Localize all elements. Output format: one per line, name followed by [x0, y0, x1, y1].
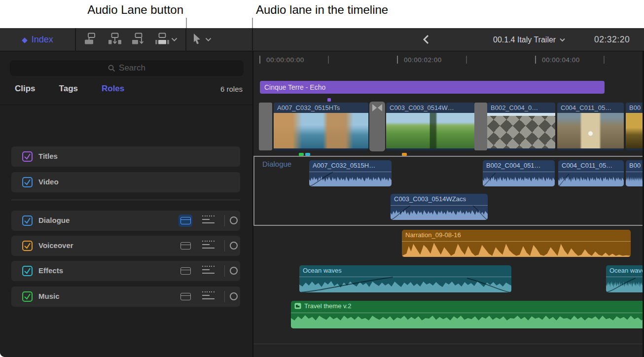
audio-lane-button-dialogue[interactable] — [179, 214, 192, 227]
toolbar-divider — [185, 28, 186, 51]
video-thumbnail — [274, 113, 368, 148]
role-row-video[interactable]: Video — [11, 172, 240, 192]
fade-out-curve[interactable] — [467, 278, 511, 292]
audio-clip-narration[interactable]: Narration_09-08-16 — [402, 230, 631, 257]
tab-roles[interactable]: Roles — [102, 84, 124, 96]
audio-clip-b00[interactable]: B00 — [626, 160, 644, 186]
monitor-button-music[interactable] — [230, 292, 238, 300]
select-tool-pointer-icon[interactable] — [192, 33, 202, 45]
title-clip-name: Cinque Terre - Echo — [264, 83, 325, 91]
fade-in-curve[interactable] — [606, 278, 636, 292]
edit-options-chevron-icon[interactable] — [171, 37, 178, 42]
fade-out-curve[interactable] — [473, 205, 488, 220]
video-checkbox[interactable] — [22, 177, 33, 187]
audio-clip-name: Ocean waves — [606, 265, 644, 276]
role-label-dialogue: Dialogue — [38, 216, 70, 224]
audio-clip-name: C003_C003_0514WZacs — [391, 194, 488, 204]
focus-button-dialogue[interactable] — [202, 215, 215, 226]
ruler-tick — [397, 56, 398, 64]
voiceover-checkbox[interactable] — [22, 241, 33, 251]
fade-in-curve[interactable] — [391, 205, 410, 220]
focus-button-effects[interactable] — [202, 266, 215, 276]
transition-clip[interactable] — [369, 102, 385, 151]
gap-clip[interactable] — [259, 103, 272, 150]
divider — [11, 200, 240, 200]
tab-tags[interactable]: Tags — [59, 84, 78, 96]
video-clip-c003[interactable]: C003_C003_0514W… — [386, 103, 474, 150]
role-label-video: Video — [38, 178, 59, 186]
fade-in-curve[interactable] — [299, 277, 393, 292]
audio-lane-button-music[interactable] — [179, 290, 192, 303]
audio-clip-ocean-waves-1[interactable]: Ocean waves — [299, 265, 511, 292]
audio-clip-name: B00 — [626, 160, 644, 171]
fade-in-curve[interactable] — [309, 172, 333, 186]
role-row-dialogue[interactable]: Dialogue — [11, 211, 240, 231]
theme-badge-icon — [294, 303, 301, 309]
transition-icon — [372, 104, 383, 112]
audio-lane-button-voiceover[interactable] — [179, 240, 192, 252]
focus-button-music[interactable] — [202, 291, 215, 302]
volume-line[interactable] — [483, 172, 555, 172]
fade-in-curve[interactable] — [483, 173, 496, 186]
title-clip[interactable]: Cinque Terre - Echo — [260, 81, 605, 94]
audio-clip-travel-theme[interactable]: Travel theme v.2 — [291, 301, 644, 328]
dialogue-checkbox[interactable] — [22, 215, 33, 226]
ruler-tick — [604, 56, 605, 64]
role-row-effects[interactable]: Effects — [11, 261, 240, 281]
insert-edit-icon[interactable] — [107, 33, 122, 45]
tab-clips[interactable]: Clips — [15, 84, 36, 96]
audio-clip-name: Narration_09-08-16 — [402, 230, 631, 240]
connect-edit-icon[interactable] — [84, 33, 99, 45]
ruler-tick — [259, 56, 260, 64]
titles-checkbox[interactable] — [22, 151, 33, 162]
video-clip-name: C003_C003_0514W… — [386, 103, 474, 113]
focus-button-voiceover[interactable] — [202, 241, 215, 251]
audio-lane-button-effects[interactable] — [179, 265, 192, 277]
audio-lane-label: Dialogue — [262, 160, 291, 168]
timeline-history-back-icon[interactable] — [423, 35, 429, 44]
ruler-label: 00:00:00:00 — [266, 56, 304, 64]
index-tabs: Clips Tags Roles — [15, 84, 124, 96]
video-clip-c004[interactable]: C004_C011_05… — [557, 103, 624, 150]
monitor-button-voiceover[interactable] — [230, 242, 238, 250]
fade-in-curve[interactable] — [558, 174, 569, 186]
audio-clip-c004[interactable]: C004_C011_05… — [558, 160, 624, 186]
volume-line[interactable] — [558, 172, 624, 172]
gap-clip[interactable] — [474, 103, 487, 150]
divider — [224, 265, 225, 277]
role-row-music[interactable]: Music — [11, 286, 240, 307]
timeline-panel[interactable]: 00:00:00:00 00:00:02:00 00:00:04:00 Cinq… — [252, 51, 644, 357]
timecode-value: 02:32:20 — [594, 35, 630, 45]
annotation-audio-lane-button: Audio Lane button — [54, 3, 183, 17]
audio-clip-a007[interactable]: A007_C032_0515H… — [309, 160, 392, 186]
monitor-button-effects[interactable] — [230, 267, 238, 275]
audio-clip-c003[interactable]: C003_C003_0514WZacs — [391, 194, 488, 220]
project-switcher[interactable]: 00.1.4 Italy Trailer — [493, 28, 565, 51]
keyframe-marker[interactable] — [327, 98, 331, 102]
audio-clip-ocean-waves-2[interactable]: Ocean waves — [606, 265, 644, 292]
divider — [253, 344, 644, 344]
audio-clip-b002[interactable]: B002_C004_051… — [483, 160, 555, 186]
video-clip-b002[interactable]: B002_C004_0… — [487, 103, 555, 150]
tool-menu-chevron-icon[interactable] — [205, 37, 212, 42]
effects-checkbox[interactable] — [22, 266, 33, 276]
monitor-button-dialogue[interactable] — [230, 216, 238, 224]
music-checkbox[interactable] — [22, 291, 33, 302]
video-clip-a007[interactable]: A007_C032_0515HTs — [274, 103, 368, 150]
video-clip-name: C004_C011_05… — [557, 103, 624, 113]
waveform — [291, 311, 644, 328]
search-input[interactable]: Search — [10, 60, 244, 76]
timeline-index-panel: Search Clips Tags Roles 6 roles Titles — [0, 51, 252, 357]
index-button[interactable]: ◆ Index — [0, 28, 75, 51]
volume-line[interactable] — [606, 277, 644, 277]
divider — [224, 291, 225, 302]
role-label-titles: Titles — [38, 152, 58, 160]
volume-line[interactable] — [626, 172, 644, 172]
role-row-voiceover[interactable]: Voiceover — [11, 236, 240, 256]
search-placeholder: Search — [119, 63, 145, 73]
project-chevron-icon — [560, 38, 565, 42]
overwrite-edit-icon[interactable] — [155, 33, 170, 45]
role-row-titles[interactable]: Titles — [11, 146, 240, 167]
video-clip-b00[interactable]: B00 — [626, 103, 644, 150]
append-edit-icon[interactable] — [131, 33, 146, 45]
